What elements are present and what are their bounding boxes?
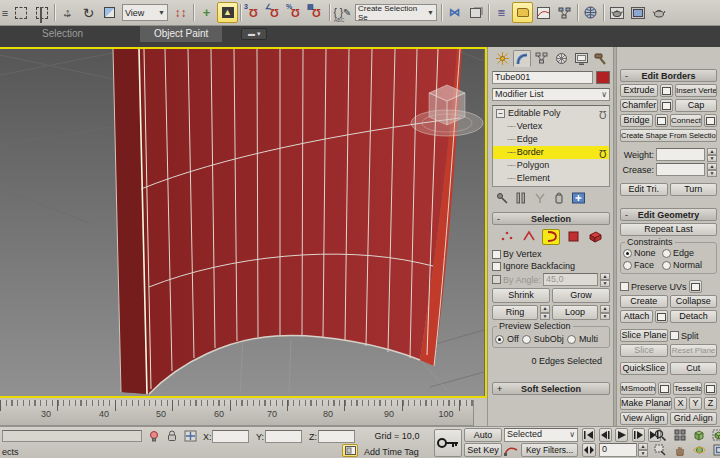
loop-spinner[interactable]: ▲▼ — [600, 305, 610, 320]
minimize-ribbon-button[interactable]: ▬ ▾ — [241, 28, 267, 40]
set-key-button[interactable]: Set Key — [464, 443, 502, 457]
perspective-viewport[interactable] — [0, 47, 487, 398]
display-tab-icon[interactable] — [572, 50, 591, 67]
polygon-mode-icon[interactable] — [564, 230, 582, 244]
key-filter-scope-dropdown[interactable]: Selected ∨ — [504, 428, 578, 442]
remove-modifier-icon[interactable] — [551, 190, 567, 205]
create-shape-button[interactable]: Create Shape From Selection — [620, 129, 717, 142]
connect-settings-icon[interactable] — [704, 114, 717, 127]
modifier-list-dropdown[interactable]: Modifier List ∨ — [492, 88, 610, 101]
selection-rollout-header[interactable]: Selection — [492, 212, 610, 225]
configure-modifier-sets-icon[interactable] — [570, 190, 586, 205]
zoom-region-icon[interactable] — [652, 443, 668, 457]
planar-y-button[interactable]: Y — [689, 397, 702, 410]
collapse-icon[interactable]: − — [496, 109, 505, 118]
x-coordinate-field[interactable] — [212, 430, 249, 443]
selection-lock-icon[interactable] — [166, 430, 178, 444]
select-and-manipulate-icon[interactable]: + — [196, 2, 217, 23]
named-selection-set-dropdown[interactable]: Create Selection Se▼ — [355, 4, 437, 21]
preserve-uvs-settings-icon[interactable] — [689, 280, 702, 293]
maxscript-mini-listener[interactable] — [2, 430, 142, 442]
edit-tri-button[interactable]: Edit Tri. — [620, 183, 668, 196]
cap-button[interactable]: Cap — [675, 99, 717, 112]
shrink-button[interactable]: Shrink — [492, 288, 550, 303]
preview-multi-radio[interactable] — [567, 335, 576, 344]
layer-manager-icon[interactable]: ≣ — [491, 2, 512, 23]
turn-button[interactable]: Turn — [670, 183, 718, 196]
material-editor-icon[interactable] — [580, 2, 601, 23]
time-slider-track[interactable]: 30 40 50 60 70 80 90 100 — [0, 400, 474, 426]
schematic-view-icon[interactable] — [554, 2, 575, 23]
isolate-bulb-icon[interactable] — [148, 430, 160, 444]
weight-spinner[interactable]: ▲▼ — [707, 148, 717, 161]
extrude-button[interactable]: Extrude — [620, 84, 658, 97]
tessellate-button[interactable]: Tessellate — [673, 382, 702, 395]
make-planar-button[interactable]: Make Planar — [620, 397, 672, 410]
render-setup-icon[interactable] — [606, 2, 627, 23]
next-frame-icon[interactable] — [632, 428, 645, 442]
ring-button[interactable]: Ring — [492, 305, 538, 320]
view-align-button[interactable]: View Align — [620, 412, 668, 425]
spinner-snap-icon[interactable]: Ω▤ — [306, 2, 327, 23]
edit-geometry-rollout-header[interactable]: Edit Geometry — [620, 208, 717, 221]
slice-plane-button[interactable]: Slice Plane — [620, 329, 668, 342]
constraint-normal-radio[interactable] — [662, 261, 671, 270]
snap-toggle-3d-icon[interactable]: Ω3 — [243, 2, 264, 23]
previous-frame-icon[interactable] — [599, 428, 612, 442]
key-filters-button[interactable]: Key Filters... — [521, 443, 578, 457]
edge-mode-icon[interactable] — [520, 230, 538, 244]
tab-selection[interactable]: Selection — [28, 26, 97, 42]
slice-button[interactable]: Slice — [620, 344, 668, 357]
default-in-out-tangent-icon[interactable] — [504, 444, 518, 458]
vertex-mode-icon[interactable] — [498, 230, 516, 244]
reset-plane-button[interactable]: Reset Plane — [670, 344, 717, 357]
zoom-icon[interactable] — [652, 428, 668, 442]
modify-tab-icon[interactable] — [513, 50, 532, 67]
edit-named-selection-sets-icon[interactable]: { }✎ ABC — [332, 2, 353, 23]
element-mode-icon[interactable] — [586, 230, 604, 245]
constraint-edge-radio[interactable] — [662, 249, 671, 258]
stack-row-vertex[interactable]: ┈┈Vertex — [493, 120, 609, 133]
viewport-layout-icon[interactable] — [342, 444, 358, 457]
mirror-icon[interactable]: ⋈ — [444, 2, 465, 23]
stack-row-polygon[interactable]: ┈┈Polygon — [493, 159, 609, 172]
hierarchy-tab-icon[interactable] — [532, 50, 551, 67]
create-button[interactable]: Create — [620, 295, 668, 308]
zoom-extents-all-icon[interactable] — [711, 428, 720, 442]
set-keys-button[interactable] — [434, 429, 462, 457]
curve-editor-icon[interactable] — [533, 2, 554, 23]
chamfer-settings-icon[interactable] — [660, 99, 673, 112]
scene-explorer-toggle-icon[interactable] — [512, 2, 533, 23]
insert-vertex-button[interactable]: Insert Vertex — [675, 84, 717, 97]
bridge-settings-icon[interactable] — [655, 114, 668, 127]
orbit-icon[interactable] — [691, 443, 707, 457]
y-coordinate-field[interactable] — [265, 430, 302, 443]
planar-x-button[interactable]: X — [674, 397, 687, 410]
by-angle-checkbox[interactable] — [492, 275, 501, 284]
key-mode-toggle-icon[interactable] — [582, 443, 596, 457]
crease-field[interactable] — [656, 163, 705, 176]
viewport-canvas[interactable] — [0, 49, 484, 396]
percent-snap-icon[interactable]: Ω% — [285, 2, 306, 23]
object-name-field[interactable]: Tube001 — [492, 71, 593, 84]
utilities-tab-icon[interactable] — [591, 50, 610, 67]
current-frame-field[interactable]: 0 — [599, 443, 637, 457]
extrude-settings-icon[interactable] — [660, 84, 673, 97]
crease-spinner[interactable]: ▲▼ — [707, 163, 717, 176]
grid-align-button[interactable]: Grid Align — [670, 412, 718, 425]
object-color-swatch[interactable] — [596, 71, 610, 84]
loop-button[interactable]: Loop — [552, 305, 598, 320]
planar-z-button[interactable]: Z — [704, 397, 717, 410]
auto-key-button[interactable]: Auto Key — [464, 428, 502, 442]
stack-row-element[interactable]: ┈┈Element — [493, 172, 609, 185]
preview-subobj-radio[interactable] — [522, 335, 531, 344]
soft-selection-rollout-header[interactable]: Soft Selection — [492, 382, 610, 395]
keyboard-shortcut-override-icon[interactable]: ▲ — [217, 2, 238, 23]
angle-snap-icon[interactable]: Ω∠ — [264, 2, 285, 23]
z-coordinate-field[interactable] — [318, 430, 355, 443]
detach-button[interactable]: Detach — [670, 310, 717, 323]
add-time-tag-label[interactable]: Add Time Tag — [364, 447, 419, 457]
chamfer-button[interactable]: Chamfer — [620, 99, 658, 112]
by-angle-spinner[interactable]: ▲▼ — [600, 273, 610, 286]
attach-settings-icon[interactable] — [655, 310, 668, 323]
